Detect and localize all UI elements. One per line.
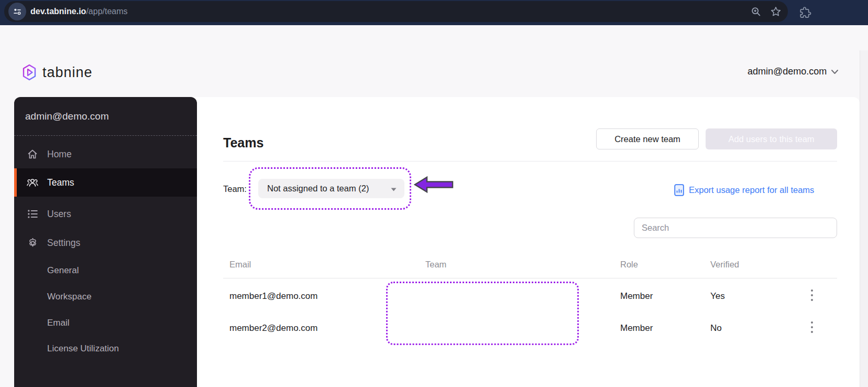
url-bar[interactable]: dev.tabnine.io/app/teams (4, 1, 788, 22)
cell-verified: No (710, 323, 722, 334)
cell-email: member1@demo.com (229, 291, 317, 302)
column-header-email: Email (229, 260, 251, 270)
sidebar-divider (14, 135, 197, 136)
cell-verified: Yes (710, 291, 725, 302)
active-indicator (14, 168, 17, 197)
sidebar-item-label: Teams (47, 177, 74, 188)
document-chart-icon (674, 184, 684, 196)
puzzle-icon[interactable] (799, 6, 812, 19)
team-filter-value: Not assigned to a team (2) (267, 184, 369, 194)
cell-role: Member (620, 323, 653, 334)
table-header-divider (223, 278, 837, 278)
page-background: tabnine admin@demo.com admin@demo.com Ho… (0, 25, 868, 387)
chevron-down-icon (831, 69, 839, 74)
list-icon (26, 208, 39, 220)
cell-email: member2@demo.com (229, 323, 317, 334)
screen: dev.tabnine.io/app/teams (0, 0, 868, 387)
sliders-icon (13, 7, 22, 16)
url-text[interactable]: dev.tabnine.io/app/teams (30, 1, 128, 22)
home-icon (26, 148, 39, 160)
cell-role: Member (620, 291, 653, 302)
sidebar-item-home[interactable]: Home (14, 140, 197, 168)
row-actions-kebab-icon[interactable] (806, 288, 818, 303)
gear-icon (26, 236, 39, 249)
account-email: admin@demo.com (748, 66, 827, 77)
column-header-team: Team (425, 260, 446, 270)
sidebar-item-label: Users (47, 209, 71, 220)
team-filter-label: Team: (223, 184, 247, 194)
browser-topbar: dev.tabnine.io/app/teams (0, 0, 868, 25)
star-icon[interactable] (770, 6, 782, 17)
sidebar-subitem-license-utilization[interactable]: License Utilization (47, 343, 119, 354)
export-usage-report-link[interactable]: Export usage report for all teams (674, 184, 814, 196)
row-actions-kebab-icon[interactable] (806, 320, 818, 335)
sidebar-item-label: Home (47, 149, 72, 160)
search-input[interactable] (634, 218, 837, 238)
scrollbar-gutter[interactable] (860, 50, 868, 387)
sidebar-subitem-workspace[interactable]: Workspace (47, 292, 92, 302)
dropdown-caret-icon (390, 187, 397, 192)
sidebar: admin@demo.com Home Team (14, 97, 197, 387)
sidebar-account: admin@demo.com (25, 111, 109, 122)
sidebar-subitem-email[interactable]: Email (47, 318, 70, 328)
people-icon (26, 176, 39, 189)
site-settings-badge[interactable] (8, 3, 26, 20)
sidebar-item-label: Settings (47, 238, 80, 249)
tabnine-logo: tabnine (22, 64, 93, 81)
section-divider (223, 161, 837, 162)
logo-text: tabnine (42, 64, 93, 81)
page-title: Teams (223, 135, 263, 150)
zoom-in-icon[interactable] (750, 6, 762, 17)
add-users-button[interactable]: Add users to this team (706, 128, 837, 149)
sidebar-item-teams[interactable]: Teams (14, 168, 197, 197)
sidebar-item-users[interactable]: Users (14, 200, 197, 228)
column-header-role: Role (620, 260, 638, 270)
create-new-team-button[interactable]: Create new team (596, 128, 699, 149)
team-filter-dropdown[interactable]: Not assigned to a team (2) (258, 179, 404, 198)
account-menu[interactable]: admin@demo.com (748, 66, 839, 77)
tabnine-hexagon-icon (22, 64, 37, 81)
export-link-text: Export usage report for all teams (689, 185, 814, 195)
sidebar-item-settings[interactable]: Settings (14, 229, 197, 257)
url-path: /app/teams (86, 7, 127, 16)
sidebar-subitem-general[interactable]: General (47, 265, 79, 276)
column-header-verified: Verified (710, 260, 739, 270)
url-host: dev.tabnine.io (30, 7, 86, 16)
